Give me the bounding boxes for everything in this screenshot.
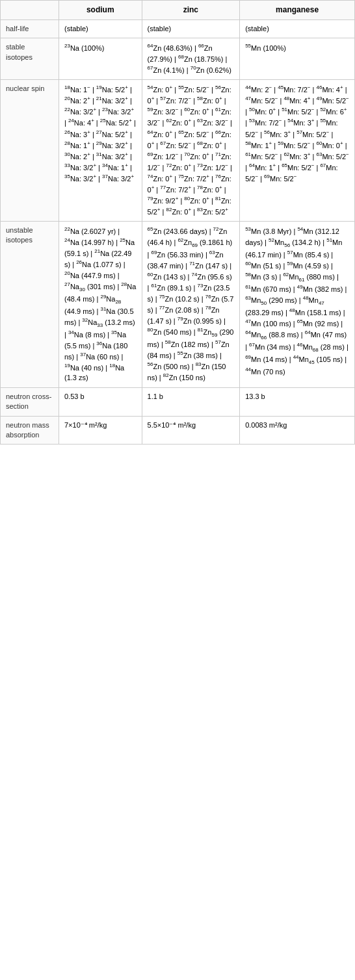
cell-zinc-2: 54Zn: 0+ | 55Zn: 5/2− | 56Zn: 0+ | 57Zn:… bbox=[142, 80, 240, 222]
cell-sodium-5: 7×10⁻⁴ m²/kg bbox=[59, 416, 142, 445]
cell-manganese-0: (stable) bbox=[240, 19, 355, 38]
column-header-zinc: zinc bbox=[142, 1, 240, 20]
cell-sodium-2: 18Na: 1− | 19Na: 5/2+ | 20Na: 2+ | 21Na:… bbox=[59, 80, 142, 222]
cell-sodium-1: 23Na (100%) bbox=[59, 38, 142, 80]
column-header-label bbox=[1, 1, 59, 20]
row-label: stable isotopes bbox=[1, 38, 59, 80]
cell-manganese-5: 0.0083 m²/kg bbox=[240, 416, 355, 445]
cell-zinc-1: 64Zn (48.63%) | 66Zn (27.9%) | 68Zn (18.… bbox=[142, 38, 240, 80]
cell-sodium-0: (stable) bbox=[59, 19, 142, 38]
row-label: neutron mass absorption bbox=[1, 416, 59, 445]
row-label: unstable isotopes bbox=[1, 221, 59, 387]
cell-zinc-3: 65Zn (243.66 days) | 72Zn (46.4 h) | 62Z… bbox=[142, 221, 240, 387]
cell-zinc-0: (stable) bbox=[142, 19, 240, 38]
cell-zinc-4: 1.1 b bbox=[142, 387, 240, 416]
column-header-manganese: manganese bbox=[240, 1, 355, 20]
cell-manganese-4: 13.3 b bbox=[240, 387, 355, 416]
column-header-sodium: sodium bbox=[59, 1, 142, 20]
cell-manganese-3: 53Mn (3.8 Myr) | 54Mn (312.12 days) | 52… bbox=[240, 221, 355, 387]
row-label: half-life bbox=[1, 19, 59, 38]
cell-zinc-5: 5.5×10⁻⁴ m²/kg bbox=[142, 416, 240, 445]
cell-sodium-3: 22Na (2.6027 yr) | 24Na (14.997 h) | 25N… bbox=[59, 221, 142, 387]
cell-manganese-1: 55Mn (100%) bbox=[240, 38, 355, 80]
row-label: neutron cross-section bbox=[1, 387, 59, 416]
row-label: nuclear spin bbox=[1, 80, 59, 222]
cell-manganese-2: 44Mn: 2− | 45Mn: 7/2− | 46Mn: 4+ | 47Mn:… bbox=[240, 80, 355, 222]
cell-sodium-4: 0.53 b bbox=[59, 387, 142, 416]
